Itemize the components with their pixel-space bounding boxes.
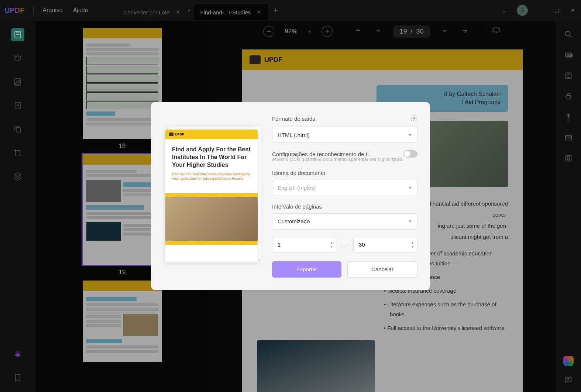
modal-preview: UPDF Find and Apply For the Best Institu… xyxy=(164,114,259,277)
export-modal: UPDF Find and Apply For the Best Institu… xyxy=(151,102,430,290)
chevron-down-icon: ▼ xyxy=(408,219,412,223)
chevron-down-icon: ▼ xyxy=(408,133,412,137)
language-select[interactable]: English (Inglês) ▼ xyxy=(272,180,417,196)
gear-icon[interactable] xyxy=(410,114,417,123)
chevron-down-icon: ▼ xyxy=(408,186,412,190)
language-label: Idioma do documento xyxy=(272,170,325,176)
spinner-icon[interactable]: ▲▼ xyxy=(330,241,333,248)
output-format-label: Formato de saída xyxy=(272,116,316,122)
range-select[interactable]: Customizado ▼ xyxy=(272,213,417,230)
range-separator: — xyxy=(341,241,348,248)
export-button[interactable]: Exportar xyxy=(272,261,341,278)
preview-subtitle: Discover The Best Educational Institutes… xyxy=(172,172,251,181)
output-format-select[interactable]: HTML (.html) ▼ xyxy=(272,127,417,143)
ocr-hint: Ativar o OCR quando o documento aparenta… xyxy=(272,156,417,163)
range-from-input[interactable]: 1 ▲▼ xyxy=(272,237,336,252)
range-to-input[interactable]: 30 ▲▼ xyxy=(353,237,417,252)
svg-point-19 xyxy=(413,117,415,119)
modal-backdrop: UPDF Find and Apply For the Best Institu… xyxy=(0,0,581,392)
range-label: Intervalo de páginas xyxy=(272,203,322,210)
ocr-toggle[interactable] xyxy=(403,150,417,158)
cancel-button[interactable]: Cancelar xyxy=(347,261,417,278)
preview-title: Find and Apply For the Best Institutes I… xyxy=(172,146,251,169)
spinner-icon[interactable]: ▲▼ xyxy=(411,241,414,248)
